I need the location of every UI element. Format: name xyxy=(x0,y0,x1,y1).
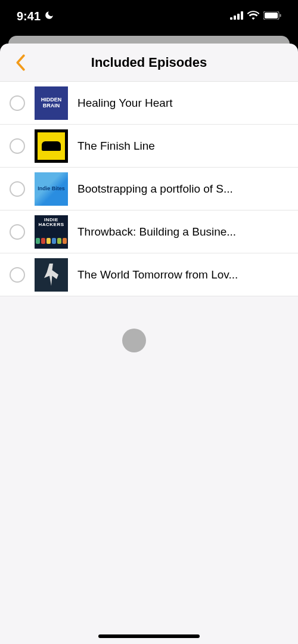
episode-row[interactable]: The World Tomorrow from Lov... xyxy=(0,253,298,296)
episode-title: Healing Your Heart xyxy=(77,97,288,110)
header: Included Episodes xyxy=(0,44,298,82)
podcast-artwork: HIDDEN BRAIN xyxy=(35,86,68,120)
podcast-artwork: INDIE HACKERS xyxy=(35,215,68,249)
status-time: 9:41 xyxy=(17,10,41,23)
home-indicator[interactable] xyxy=(98,634,200,638)
back-button[interactable] xyxy=(8,51,32,75)
moon-icon xyxy=(44,10,54,23)
svg-rect-0 xyxy=(230,17,232,20)
episode-title: The World Tomorrow from Lov... xyxy=(77,268,288,281)
page-title: Included Episodes xyxy=(0,55,298,70)
status-right xyxy=(230,11,281,22)
podcast-artwork: Indie Bites xyxy=(35,172,68,206)
checkbox[interactable] xyxy=(10,95,25,111)
modal-sheet: Included Episodes HIDDEN BRAIN Healing Y… xyxy=(0,44,298,644)
cellular-icon xyxy=(230,11,243,22)
podcast-artwork xyxy=(35,258,68,292)
checkbox[interactable] xyxy=(10,224,25,240)
svg-rect-1 xyxy=(234,16,236,20)
checkbox[interactable] xyxy=(10,138,25,154)
episode-row[interactable]: INDIE HACKERS Throwback: Building a Busi… xyxy=(0,210,298,253)
episode-title: Throwback: Building a Busine... xyxy=(77,225,288,239)
touch-indicator xyxy=(122,329,146,352)
episode-row[interactable]: HIDDEN BRAIN Healing Your Heart xyxy=(0,82,298,125)
episode-row[interactable]: The Finish Line xyxy=(0,125,298,168)
svg-rect-5 xyxy=(265,13,278,18)
status-bar: 9:41 xyxy=(0,0,298,33)
svg-rect-3 xyxy=(241,11,243,20)
checkbox[interactable] xyxy=(10,181,25,197)
episode-list: HIDDEN BRAIN Healing Your Heart The Fini… xyxy=(0,82,298,296)
battery-icon xyxy=(263,11,281,22)
podcast-artwork xyxy=(35,129,68,163)
checkbox[interactable] xyxy=(10,267,25,283)
status-left: 9:41 xyxy=(17,10,54,23)
episode-title: The Finish Line xyxy=(77,140,288,153)
svg-rect-2 xyxy=(237,14,240,20)
episode-title: Bootstrapping a portfolio of S... xyxy=(77,182,288,196)
svg-rect-6 xyxy=(280,14,281,17)
chevron-left-icon xyxy=(15,54,26,71)
wifi-icon xyxy=(247,11,259,22)
episode-row[interactable]: Indie Bites Bootstrapping a portfolio of… xyxy=(0,168,298,210)
